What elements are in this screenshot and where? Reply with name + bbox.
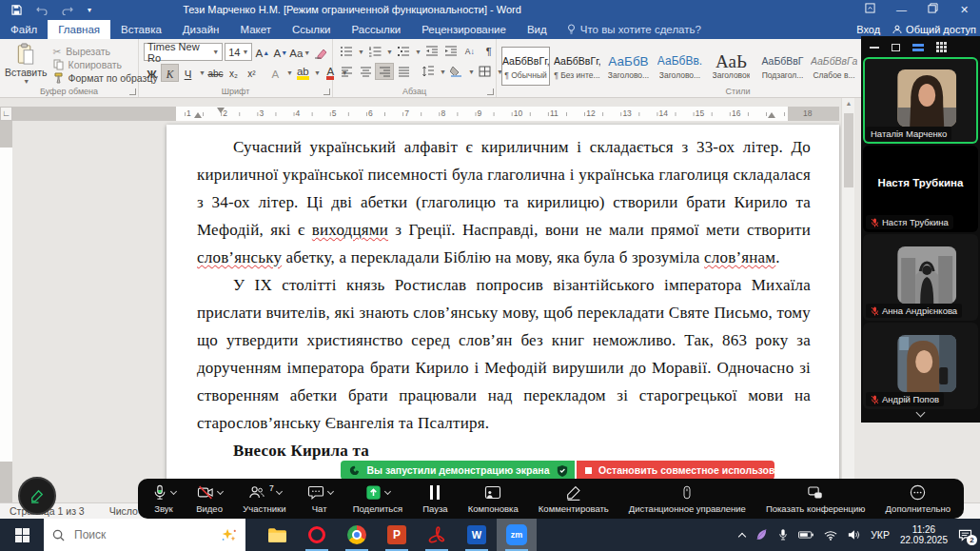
- app-word[interactable]: W: [457, 519, 497, 551]
- audio-button[interactable]: Звук: [151, 479, 176, 519]
- tab-layout[interactable]: Макет: [229, 20, 282, 39]
- remote-control-button[interactable]: Дистанционное управление: [629, 479, 746, 519]
- app-powerpoint[interactable]: P: [377, 519, 417, 551]
- text-effects-button[interactable]: А: [267, 65, 284, 81]
- layout-button[interactable]: Компоновка: [468, 479, 519, 519]
- multilevel-list-button[interactable]: [395, 44, 412, 59]
- align-center-button[interactable]: [357, 64, 374, 79]
- style-card-subtle-emphasis[interactable]: АаБбВвГаСлабое в...: [810, 47, 858, 86]
- tray-volume-icon[interactable]: [848, 529, 860, 541]
- tray-mic-icon[interactable]: [778, 528, 788, 541]
- style-card-subtitle[interactable]: АаБбВвГПодзагол...: [758, 47, 807, 86]
- tab-review[interactable]: Рецензирование: [411, 20, 517, 39]
- ribbon-display-options-button[interactable]: [854, 0, 886, 20]
- chevron-down-icon[interactable]: [384, 488, 391, 495]
- participant-tile[interactable]: Настя Трубкина Настя Трубкина: [863, 146, 978, 232]
- chat-button[interactable]: Чат: [306, 479, 333, 519]
- tab-insert[interactable]: Вставка: [110, 20, 172, 39]
- borders-button[interactable]: [477, 64, 494, 79]
- minimize-button[interactable]: —: [886, 0, 917, 20]
- document-text[interactable]: Сучасний український алфавіт є кирилични…: [167, 125, 839, 464]
- scrollbar-thumb[interactable]: [844, 113, 853, 187]
- align-right-button[interactable]: [376, 64, 393, 79]
- gallery-view-icon[interactable]: [936, 42, 947, 52]
- show-meeting-button[interactable]: Показать конференцию: [766, 479, 866, 519]
- highlight-caret[interactable]: ▼: [314, 69, 321, 76]
- style-card-no-spacing[interactable]: АаБбВвГг,¶ Без инте...: [553, 47, 601, 86]
- chevron-down-icon[interactable]: [327, 488, 334, 495]
- underline-button[interactable]: Ч: [180, 65, 196, 81]
- first-line-indent-marker[interactable]: [217, 108, 225, 113]
- app-file-explorer[interactable]: [257, 519, 297, 551]
- app-opera[interactable]: [297, 519, 337, 551]
- security-shield-icon[interactable]: [557, 464, 568, 477]
- line-spacing-button[interactable]: [420, 64, 437, 79]
- chevron-down-icon[interactable]: [170, 488, 177, 495]
- more-button[interactable]: Дополнительно: [886, 479, 951, 519]
- chevron-down-icon[interactable]: [276, 488, 283, 495]
- tray-language[interactable]: УКР: [871, 529, 890, 541]
- restore-videos-icon[interactable]: [892, 44, 900, 51]
- taskbar-search[interactable]: [44, 519, 245, 551]
- search-input[interactable]: [72, 527, 212, 542]
- font-size-select[interactable]: 14▼: [225, 43, 252, 61]
- scroll-up-icon[interactable]: ▲: [842, 100, 855, 107]
- highlight-button[interactable]: ab: [295, 65, 311, 81]
- bullets-button[interactable]: [338, 44, 355, 59]
- right-indent-marker[interactable]: [768, 112, 775, 118]
- participants-button[interactable]: 7 Участники: [243, 479, 285, 519]
- superscript-button[interactable]: x²: [244, 65, 260, 81]
- share-button[interactable]: Общий доступ: [892, 24, 976, 35]
- font-name-select[interactable]: Times New Ro▼: [144, 43, 223, 61]
- paste-button[interactable]: Вставить ▼: [5, 43, 48, 85]
- tab-selector[interactable]: ∟: [0, 107, 12, 121]
- numbering-button[interactable]: [366, 44, 383, 59]
- app-zoom[interactable]: zm: [497, 519, 537, 551]
- app-chrome[interactable]: [337, 519, 377, 551]
- participant-tile[interactable]: Андрій Попов: [863, 323, 978, 409]
- app-acrobat[interactable]: [417, 519, 457, 551]
- style-card-heading1[interactable]: АаБбВЗаголово...: [604, 47, 653, 86]
- align-left-button[interactable]: [338, 64, 355, 79]
- pilcrow-button[interactable]: ¶: [480, 44, 498, 59]
- change-case-button[interactable]: Аа▼: [290, 44, 309, 60]
- clear-formatting-button[interactable]: [311, 44, 327, 60]
- bold-button[interactable]: Ж: [144, 65, 160, 81]
- undo-icon[interactable]: [36, 2, 48, 19]
- style-card-title[interactable]: АаЬЗаголовок: [707, 47, 755, 86]
- document-page[interactable]: Сучасний український алфавіт є кирилични…: [167, 125, 839, 502]
- grow-font-button[interactable]: А▲: [254, 44, 270, 60]
- tab-home[interactable]: Главная: [48, 20, 110, 39]
- tab-file[interactable]: Файл: [0, 20, 48, 39]
- font-dialog-launcher[interactable]: [323, 89, 330, 95]
- italic-button[interactable]: К: [162, 65, 178, 81]
- tray-clock[interactable]: 11:26 22.09.2025: [900, 524, 948, 546]
- clipboard-dialog-launcher[interactable]: [129, 89, 136, 95]
- tab-mailings[interactable]: Рассылки: [342, 20, 412, 39]
- justify-button[interactable]: [395, 64, 412, 79]
- hanging-indent-marker[interactable]: [194, 112, 202, 118]
- sort-button[interactable]: А↓: [461, 44, 479, 59]
- minimize-videos-icon[interactable]: [870, 47, 879, 49]
- pause-button[interactable]: Пауза: [422, 479, 447, 519]
- annotation-tool-button[interactable]: [18, 477, 56, 515]
- tab-view[interactable]: Вид: [517, 20, 558, 39]
- copilot-sparkle-icon[interactable]: [220, 527, 237, 542]
- save-icon[interactable]: [11, 2, 22, 19]
- start-button[interactable]: [0, 519, 44, 551]
- close-button[interactable]: ✕: [949, 0, 980, 20]
- more-participants-button[interactable]: [861, 409, 980, 422]
- tell-me-search[interactable]: Что вы хотите сделать?: [558, 20, 711, 39]
- redo-icon[interactable]: [62, 2, 73, 19]
- decrease-indent-button[interactable]: [423, 44, 441, 59]
- shrink-font-button[interactable]: А▼: [272, 44, 288, 60]
- style-card-normal[interactable]: АаБбВвГг,¶ Обычный: [501, 47, 550, 86]
- tray-notifications[interactable]: 2: [958, 529, 972, 541]
- paragraph-dialog-launcher[interactable]: [487, 89, 494, 95]
- tray-wifi-icon[interactable]: [824, 530, 837, 541]
- annotate-button[interactable]: Комментировать: [539, 479, 609, 519]
- subscript-button[interactable]: x₂: [225, 65, 242, 81]
- underline-caret[interactable]: ▼: [199, 69, 206, 76]
- participant-tile[interactable]: Наталія Марченко: [863, 57, 978, 144]
- feather-icon[interactable]: [755, 528, 768, 541]
